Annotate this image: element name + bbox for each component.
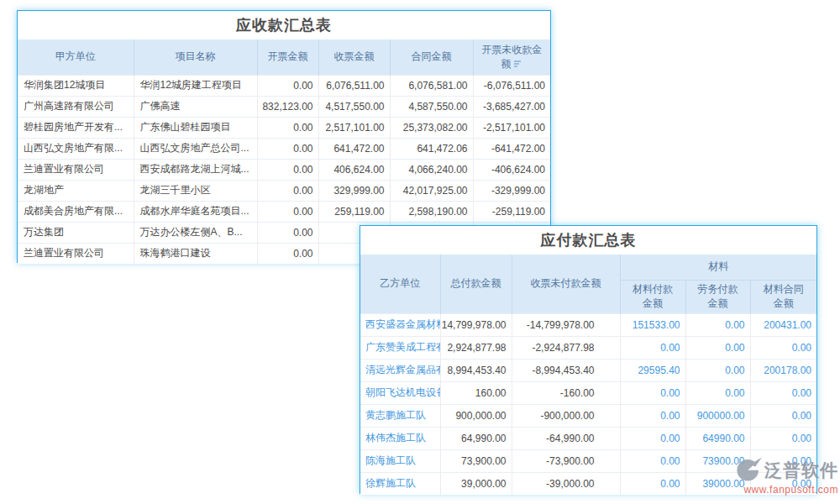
table-cell: 39,000.00: [440, 472, 512, 495]
sort-icon[interactable]: [513, 60, 522, 68]
col-header-material-payment[interactable]: 材料付款金额: [620, 280, 685, 313]
table-cell: 龙湖地产: [18, 180, 134, 201]
col-header-label: 开票未收款金额: [481, 44, 542, 70]
table-cell: 73,900.00: [440, 449, 512, 472]
table-cell: 万达办公楼左侧A、B...: [134, 222, 257, 243]
table-cell[interactable]: 陈海施工队: [360, 449, 440, 472]
table-cell: 8,994,453.40: [440, 359, 512, 381]
table-cell[interactable]: 清远光辉金属品有限: [360, 359, 440, 381]
col-header-material-contract[interactable]: 材料合同金额: [750, 280, 816, 313]
table-row[interactable]: 华润集团12城项目华润12城房建工程项目0.006,076,511.006,07…: [18, 75, 550, 96]
table-cell: 0.00: [257, 138, 318, 159]
table-cell[interactable]: 0.00: [750, 404, 816, 427]
table-cell: 2,598,190.00: [390, 201, 473, 222]
table-cell: 碧桂园房地产开发有...: [18, 117, 134, 138]
table-row[interactable]: 林伟杰施工队64,990.00-64,990.000.0064990.000.0…: [360, 427, 816, 449]
table-cell[interactable]: 0.00: [685, 336, 750, 359]
table-cell[interactable]: 0.00: [750, 336, 816, 359]
table-cell: 160.00: [440, 381, 512, 404]
table-row[interactable]: 朝阳飞达机电设备有160.00-160.000.000.000.00: [360, 381, 816, 404]
col-header-party-b[interactable]: 乙方单位: [360, 255, 440, 313]
table-cell: 641,472.06: [390, 138, 473, 159]
table-cell[interactable]: 64990.00: [685, 427, 750, 449]
table-cell: -8,994,453.40: [512, 359, 620, 381]
table-row[interactable]: 广东赞美成工程有限2,924,877.98-2,924,877.980.000.…: [360, 336, 816, 359]
table-cell: -39,000.00: [512, 472, 620, 495]
table-cell: 0.00: [257, 222, 318, 243]
table-cell[interactable]: 西安盛器金属材料有: [360, 313, 440, 336]
table-cell: 900,000.00: [440, 404, 512, 427]
table-row[interactable]: 清远光辉金属品有限8,994,453.40-8,994,453.4029595.…: [360, 359, 816, 381]
table-row[interactable]: 广州高速路有限公司广佛高速832,123.004,517,550.004,587…: [18, 96, 550, 117]
col-header-invoiced-unpaid[interactable]: 收票未付款金额: [512, 255, 620, 313]
table-cell: -3,685,427.00: [473, 96, 550, 117]
table-cell[interactable]: 0.00: [750, 381, 816, 404]
table-cell[interactable]: 900000.00: [685, 404, 750, 427]
table-cell: 0.00: [257, 75, 318, 96]
table-cell[interactable]: 0.00: [620, 404, 685, 427]
table-cell: 0.00: [257, 201, 318, 222]
watermark-url: www.fanpusoft.com: [732, 485, 838, 495]
table-cell[interactable]: 0.00: [685, 313, 750, 336]
table-row[interactable]: 龙湖地产龙湖三千里小区0.00329,999.0042,017,925.00-3…: [18, 180, 550, 201]
table-cell: 龙湖三千里小区: [134, 180, 257, 201]
table-cell[interactable]: 0.00: [620, 449, 685, 472]
table-cell[interactable]: 黄志鹏施工队: [360, 404, 440, 427]
table-cell: 西安成都路龙湖上河城...: [134, 159, 257, 180]
table-cell[interactable]: 200431.00: [750, 313, 816, 336]
table-cell: -329,999.00: [473, 180, 550, 201]
table-row[interactable]: 黄志鹏施工队900,000.00-900,000.000.00900000.00…: [360, 404, 816, 427]
table-cell: -160.00: [512, 381, 620, 404]
table-cell[interactable]: 0.00: [620, 381, 685, 404]
table-row[interactable]: 成都美合房地产有限...成都水岸华庭名苑项目...0.00259,119.002…: [18, 201, 550, 222]
receivables-header-row: 甲方单位 项目名称 开票金额 收票金额 合同金额 开票未收款金额: [18, 39, 550, 75]
table-cell: 广佛高速: [134, 96, 257, 117]
col-group-header-material[interactable]: 材料: [620, 255, 816, 280]
table-cell[interactable]: 广东赞美成工程有限: [360, 336, 440, 359]
table-cell: 4,066,240.00: [390, 159, 473, 180]
table-cell: 成都美合房地产有限...: [18, 201, 134, 222]
table-cell: 259,119.00: [318, 201, 390, 222]
col-header-contract-amount[interactable]: 合同金额: [390, 39, 473, 75]
table-cell: -64,990.00: [512, 427, 620, 449]
payables-title: 应付款汇总表: [360, 226, 816, 255]
table-cell[interactable]: 0.00: [620, 427, 685, 449]
col-header-project-name[interactable]: 项目名称: [134, 39, 257, 75]
watermark: 泛普软件 www.fanpusoft.com: [732, 456, 838, 495]
table-cell: 4,587,550.00: [390, 96, 473, 117]
table-cell: 406,624.00: [318, 159, 390, 180]
table-cell[interactable]: 200178.00: [750, 359, 816, 381]
table-cell[interactable]: 0.00: [620, 336, 685, 359]
table-cell: 641,472.00: [318, 138, 390, 159]
payables-summary-panel: 应付款汇总表 乙方单位 总付款金额 收票未付款金额 材料 材料付款金额 劳务付款…: [360, 225, 817, 494]
table-cell: 兰迪置业有限公司: [18, 243, 134, 264]
payables-header-group-row: 乙方单位 总付款金额 收票未付款金额 材料: [360, 255, 816, 280]
table-row[interactable]: 兰迪置业有限公司西安成都路龙湖上河城...0.00406,624.004,066…: [18, 159, 550, 180]
table-cell: 0.00: [257, 180, 318, 201]
table-cell[interactable]: 151533.00: [620, 313, 685, 336]
col-header-invoiced-unreceived[interactable]: 开票未收款金额: [473, 39, 550, 75]
col-header-labor-payment[interactable]: 劳务付款金额: [685, 280, 750, 313]
col-header-invoiced-amount[interactable]: 开票金额: [257, 39, 318, 75]
table-cell: 兰迪置业有限公司: [18, 159, 134, 180]
table-row[interactable]: 山西弘文房地产有限...山西弘文房地产总公司...0.00641,472.006…: [18, 138, 550, 159]
table-cell[interactable]: 林伟杰施工队: [360, 427, 440, 449]
table-cell[interactable]: 29595.40: [620, 359, 685, 381]
col-header-party-a[interactable]: 甲方单位: [18, 39, 134, 75]
table-cell[interactable]: 朝阳飞达机电设备有: [360, 381, 440, 404]
col-header-receipt-amount[interactable]: 收票金额: [318, 39, 390, 75]
table-cell: 4,517,550.00: [318, 96, 390, 117]
table-cell[interactable]: 徐辉施工队: [360, 472, 440, 495]
col-header-total-payment[interactable]: 总付款金额: [440, 255, 512, 313]
fanpu-logo-icon: [734, 456, 763, 483]
table-cell[interactable]: 0.00: [685, 359, 750, 381]
table-cell: 2,517,101.00: [318, 117, 390, 138]
table-cell: 华润集团12城项目: [18, 75, 134, 96]
table-cell[interactable]: 0.00: [750, 427, 816, 449]
table-row[interactable]: 碧桂园房地产开发有...广东佛山碧桂园项目0.002,517,101.0025,…: [18, 117, 550, 138]
table-cell: 0.00: [257, 243, 318, 264]
table-cell[interactable]: 0.00: [685, 381, 750, 404]
table-cell[interactable]: 0.00: [620, 472, 685, 495]
table-row[interactable]: 西安盛器金属材料有14,799,978.00-14,799,978.001515…: [360, 313, 816, 336]
table-cell: 25,373,082.00: [390, 117, 473, 138]
